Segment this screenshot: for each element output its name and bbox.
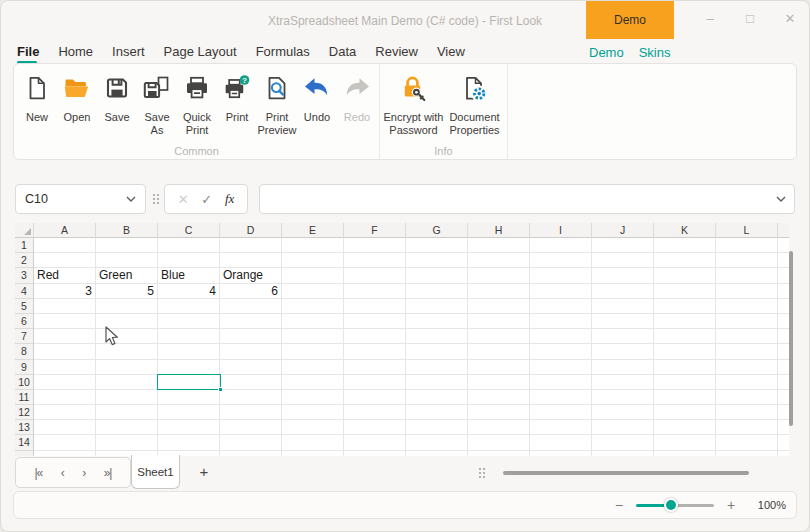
row-header-14[interactable]: 14 xyxy=(15,435,34,450)
add-sheet-button[interactable]: + xyxy=(193,460,215,484)
row-header-13[interactable]: 13 xyxy=(15,420,34,435)
cell-E7[interactable] xyxy=(282,329,344,344)
cell-C10[interactable] xyxy=(158,375,220,390)
cell-E10[interactable] xyxy=(282,375,344,390)
cell-B13[interactable] xyxy=(96,420,158,435)
cell-H7[interactable] xyxy=(468,329,530,344)
cell-L12[interactable] xyxy=(716,405,778,420)
cell-A2[interactable] xyxy=(34,253,96,268)
cell-K14[interactable] xyxy=(654,435,716,450)
cell-A5[interactable] xyxy=(34,299,96,314)
cell-partial-9[interactable] xyxy=(778,360,789,375)
column-header-k[interactable]: K xyxy=(654,223,716,238)
cell-K13[interactable] xyxy=(654,420,716,435)
sheet-nav-next-icon[interactable]: › xyxy=(82,466,85,480)
cell-C11[interactable] xyxy=(158,390,220,405)
column-header-d[interactable]: D xyxy=(220,223,282,238)
cell-I11[interactable] xyxy=(530,390,592,405)
sheet-nav-last-icon[interactable]: »| xyxy=(104,466,112,480)
cell-name-box[interactable]: C10 xyxy=(15,184,146,214)
cell-B6[interactable] xyxy=(96,314,158,329)
cell-I8[interactable] xyxy=(530,344,592,359)
cell-E12[interactable] xyxy=(282,405,344,420)
cell-I10[interactable] xyxy=(530,375,592,390)
cell-partial-12[interactable] xyxy=(778,405,789,420)
cell-E9[interactable] xyxy=(282,360,344,375)
cell-J6[interactable] xyxy=(592,314,654,329)
cell-C4[interactable]: 4 xyxy=(158,284,220,299)
cell-D7[interactable] xyxy=(220,329,282,344)
row-header-6[interactable]: 6 xyxy=(15,314,34,329)
cell-A10[interactable] xyxy=(34,375,96,390)
ribbon-link-skins[interactable]: Skins xyxy=(639,45,671,60)
cell-A8[interactable] xyxy=(34,344,96,359)
row-header-9[interactable]: 9 xyxy=(15,360,34,375)
cell-partial-3[interactable] xyxy=(778,268,789,283)
column-header-f[interactable]: F xyxy=(344,223,406,238)
minimize-icon[interactable]: – xyxy=(703,7,717,31)
cell-I5[interactable] xyxy=(530,299,592,314)
encrypt-with-password-button[interactable]: Encrypt with Password xyxy=(383,67,444,136)
cell-E13[interactable] xyxy=(282,420,344,435)
cell-A12[interactable] xyxy=(34,405,96,420)
cell-I2[interactable] xyxy=(530,253,592,268)
cell-C1[interactable] xyxy=(158,238,220,253)
cell-D2[interactable] xyxy=(220,253,282,268)
cell-G14[interactable] xyxy=(406,435,468,450)
cell-B11[interactable] xyxy=(96,390,158,405)
row-header-3[interactable]: 3 xyxy=(15,268,34,283)
cell-F10[interactable] xyxy=(344,375,406,390)
cell-partial-2[interactable] xyxy=(778,253,789,268)
cell-partial-5[interactable] xyxy=(778,299,789,314)
cell-I9[interactable] xyxy=(530,360,592,375)
formula-input[interactable] xyxy=(259,184,795,214)
cell-B3[interactable]: Green xyxy=(96,268,158,283)
cell-G5[interactable] xyxy=(406,299,468,314)
column-header-partial[interactable] xyxy=(778,223,789,238)
cell-A11[interactable] xyxy=(34,390,96,405)
column-header-g[interactable]: G xyxy=(406,223,468,238)
cancel-entry-icon[interactable]: ✕ xyxy=(178,192,189,207)
demo-button[interactable]: Demo xyxy=(586,1,674,39)
cell-C12[interactable] xyxy=(158,405,220,420)
cell-C2[interactable] xyxy=(158,253,220,268)
row-header-2[interactable]: 2 xyxy=(15,253,34,268)
cell-C8[interactable] xyxy=(158,344,220,359)
cell-partial-4[interactable] xyxy=(778,284,789,299)
column-header-e[interactable]: E xyxy=(282,223,344,238)
column-header-h[interactable]: H xyxy=(468,223,530,238)
zoom-slider[interactable] xyxy=(636,504,714,507)
cell-H9[interactable] xyxy=(468,360,530,375)
cell-I7[interactable] xyxy=(530,329,592,344)
cell-F7[interactable] xyxy=(344,329,406,344)
cell-G6[interactable] xyxy=(406,314,468,329)
cell-I3[interactable] xyxy=(530,268,592,283)
tab-home[interactable]: Home xyxy=(58,44,93,61)
cell-K12[interactable] xyxy=(654,405,716,420)
cell-J13[interactable] xyxy=(592,420,654,435)
row-header-4[interactable]: 4 xyxy=(15,284,34,299)
cell-H11[interactable] xyxy=(468,390,530,405)
sheet-tab-sheet1[interactable]: Sheet1 xyxy=(131,455,180,489)
cell-K10[interactable] xyxy=(654,375,716,390)
cell-G4[interactable] xyxy=(406,284,468,299)
spreadsheet-grid[interactable]: ABCDEFGHIJKL123RedGreenBlueOrange4354656… xyxy=(15,223,789,456)
cell-F12[interactable] xyxy=(344,405,406,420)
column-header-l[interactable]: L xyxy=(716,223,778,238)
cell-K11[interactable] xyxy=(654,390,716,405)
cell-F5[interactable] xyxy=(344,299,406,314)
cell-partial-7[interactable] xyxy=(778,329,789,344)
close-icon[interactable]: ✕ xyxy=(783,7,797,31)
sheet-nav-first-icon[interactable]: |« xyxy=(34,466,42,480)
cell-A13[interactable] xyxy=(34,420,96,435)
undo-button[interactable]: Undo xyxy=(297,67,337,136)
cell-K4[interactable] xyxy=(654,284,716,299)
sheet-nav-previous-icon[interactable]: ‹ xyxy=(61,466,64,480)
cell-B1[interactable] xyxy=(96,238,158,253)
cell-F8[interactable] xyxy=(344,344,406,359)
cell-H1[interactable] xyxy=(468,238,530,253)
cell-I13[interactable] xyxy=(530,420,592,435)
cell-partial-11[interactable] xyxy=(778,390,789,405)
cell-J5[interactable] xyxy=(592,299,654,314)
cell-G11[interactable] xyxy=(406,390,468,405)
